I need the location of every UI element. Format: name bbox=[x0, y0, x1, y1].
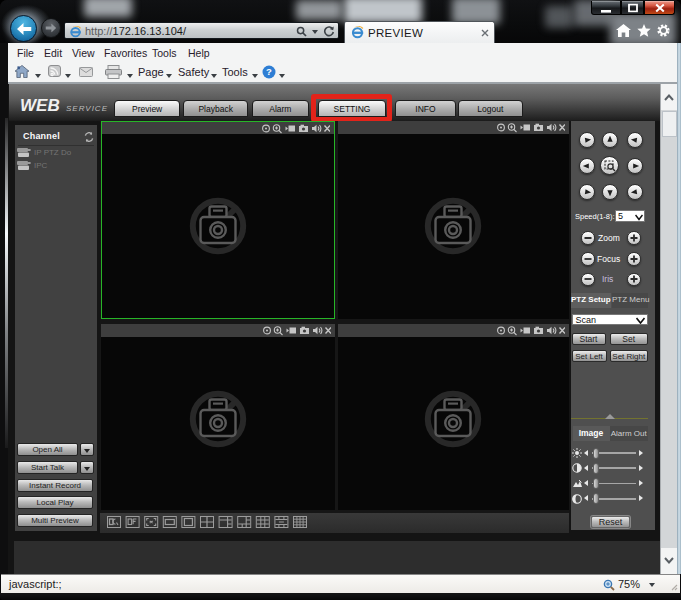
svg-text:?: ? bbox=[266, 66, 272, 77]
